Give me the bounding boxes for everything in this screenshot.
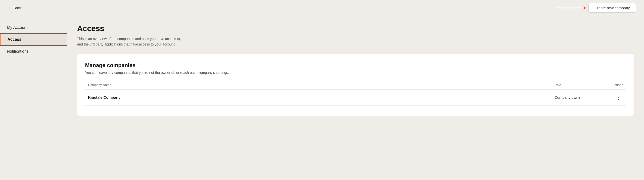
card-subtitle: You can leave any companies that you're … [85, 70, 626, 74]
card-title: Manage companies [85, 62, 626, 68]
back-button[interactable]: ← Back [8, 6, 22, 10]
more-actions-button[interactable]: ⋮ [614, 94, 623, 101]
top-bar: ← Back Create new company [0, 0, 644, 16]
col-header-role: Role [552, 80, 601, 90]
actions-cell: ⋮ [601, 89, 626, 106]
sidebar-item-access[interactable]: Access [0, 33, 67, 46]
col-header-company-name: Company Name [85, 80, 552, 90]
sidebar: My Account Access Notifications [0, 16, 67, 180]
table-row: Kinsta's Company Company owner ⋮ [85, 89, 626, 106]
create-company-label: Create new company [594, 6, 630, 10]
back-label: Back [14, 6, 22, 10]
col-header-actions: Actions [601, 80, 626, 90]
sidebar-item-notifications[interactable]: Notifications [0, 46, 67, 57]
sidebar-item-my-account[interactable]: My Account [0, 22, 67, 33]
table-header-row: Company Name Role Actions [85, 80, 626, 90]
back-arrow-icon: ← [8, 6, 12, 10]
red-arrow-icon [556, 8, 586, 8]
page-description: This is an overview of the companies and… [77, 36, 634, 47]
manage-companies-card: Manage companies You can leave any compa… [77, 54, 634, 116]
role-cell: Company owner [552, 89, 601, 106]
create-company-button[interactable]: Create new company [588, 3, 636, 13]
main-layout: My Account Access Notifications Access T… [0, 16, 644, 180]
content-area: Access This is an overview of the compan… [67, 16, 644, 180]
company-name-cell: Kinsta's Company [85, 89, 552, 106]
arrow-annotation: Create new company [556, 3, 636, 13]
page-title: Access [77, 24, 634, 33]
companies-table: Company Name Role Actions Kinsta's Compa… [85, 80, 626, 106]
